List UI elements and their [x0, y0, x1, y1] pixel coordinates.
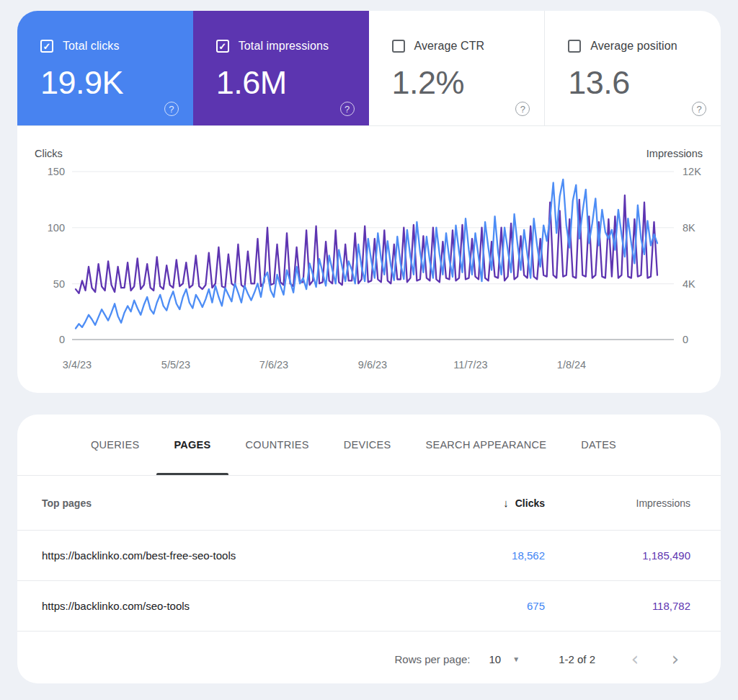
metric-card-average-position[interactable]: Average position 13.6 ? [545, 11, 721, 125]
average-position-checkbox[interactable] [568, 40, 581, 53]
column-header-clicks[interactable]: ↓Clicks [415, 497, 545, 509]
metric-label: Average position [590, 40, 677, 53]
rows-per-page-select[interactable]: 10 ▼ [489, 653, 520, 665]
column-header-clicks-label: Clicks [515, 497, 545, 509]
page-url-link[interactable]: https://backlinko.com/best-free-seo-tool… [42, 549, 415, 562]
left-axis-tick: 50 [35, 278, 65, 291]
table-row[interactable]: https://backlinko.com/seo-tools 675 118,… [17, 580, 721, 631]
previous-page-button[interactable]: ‹ [624, 650, 646, 668]
dimension-tabs: QUERIES PAGES COUNTRIES DEVICES SEARCH A… [17, 415, 721, 476]
x-axis-tick: 1/8/24 [543, 359, 600, 371]
dropdown-caret-icon: ▼ [512, 655, 520, 663]
tab-search-appearance[interactable]: SEARCH APPEARANCE [408, 415, 564, 475]
tab-dates[interactable]: DATES [564, 415, 633, 475]
tab-queries[interactable]: QUERIES [74, 415, 156, 475]
average-ctr-checkbox[interactable] [392, 40, 405, 53]
rows-per-page-label: Rows per page: [394, 653, 470, 665]
right-axis-tick: 4K [683, 278, 714, 291]
total-impressions-checkbox[interactable]: ✓ [216, 40, 229, 53]
help-icon[interactable]: ? [164, 102, 179, 116]
metric-label: Average CTR [414, 40, 485, 53]
help-icon[interactable]: ? [692, 102, 706, 116]
x-axis-tick: 7/6/23 [245, 359, 303, 371]
column-header-top-pages[interactable]: Top pages [42, 497, 415, 509]
tab-countries[interactable]: COUNTRIES [228, 415, 326, 475]
metric-card-total-clicks[interactable]: ✓ Total clicks 19.9K ? [17, 11, 193, 125]
series-line-clicks [76, 180, 657, 329]
left-axis-tick: 150 [35, 166, 65, 178]
help-icon[interactable]: ? [515, 102, 530, 116]
page-url-link[interactable]: https://backlinko.com/seo-tools [42, 600, 415, 612]
total-clicks-checkbox[interactable]: ✓ [40, 40, 53, 53]
tab-pages[interactable]: PAGES [156, 415, 228, 475]
metric-label: Total impressions [239, 40, 329, 53]
right-axis-tick: 0 [683, 334, 714, 346]
metric-value: 1.6M [216, 64, 369, 102]
impressions-value: 118,782 [545, 600, 690, 612]
performance-panel: ✓ Total clicks 19.9K ? ✓ Total impressio… [17, 11, 721, 393]
page-range-label: 1-2 of 2 [559, 653, 595, 665]
rows-per-page-value: 10 [489, 653, 502, 665]
metrics-row: ✓ Total clicks 19.9K ? ✓ Total impressio… [17, 11, 721, 126]
metric-value: 19.9K [40, 64, 193, 102]
x-axis-tick: 9/6/23 [344, 359, 401, 371]
left-axis-title: Clicks [35, 148, 63, 159]
metric-value: 13.6 [568, 64, 721, 102]
performance-chart: Clicks Impressions 150 100 50 0 12K 8K 4… [17, 148, 721, 393]
x-axis-tick: 3/4/23 [48, 359, 106, 371]
left-axis-tick: 100 [35, 222, 65, 234]
right-axis-tick: 12K [683, 166, 714, 178]
column-header-impressions[interactable]: Impressions [545, 497, 690, 509]
right-axis-title: Impressions [646, 148, 703, 159]
metric-card-total-impressions[interactable]: ✓ Total impressions 1.6M ? [193, 11, 369, 125]
table-header-row: Top pages ↓Clicks Impressions [17, 476, 721, 530]
left-axis-tick: 0 [35, 334, 65, 346]
x-axis-tick: 11/7/23 [442, 359, 499, 371]
table-row[interactable]: https://backlinko.com/best-free-seo-tool… [17, 530, 721, 580]
results-panel: QUERIES PAGES COUNTRIES DEVICES SEARCH A… [17, 415, 721, 683]
tab-devices[interactable]: DEVICES [326, 415, 409, 475]
metric-value: 1.2% [392, 64, 545, 102]
clicks-value: 675 [415, 600, 545, 612]
right-axis-tick: 8K [683, 222, 714, 234]
metric-label: Total clicks [63, 40, 120, 53]
clicks-value: 18,562 [415, 549, 545, 562]
impressions-value: 1,185,490 [545, 549, 690, 562]
metric-card-average-ctr[interactable]: Average CTR 1.2% ? [369, 11, 546, 125]
x-axis-tick: 5/5/23 [147, 359, 205, 371]
table-pagination: Rows per page: 10 ▼ 1-2 of 2 ‹ › [17, 631, 721, 683]
line-chart-canvas [72, 169, 674, 342]
sort-desc-icon: ↓ [503, 497, 509, 509]
next-page-button[interactable]: › [664, 650, 686, 668]
help-icon[interactable]: ? [340, 102, 355, 116]
